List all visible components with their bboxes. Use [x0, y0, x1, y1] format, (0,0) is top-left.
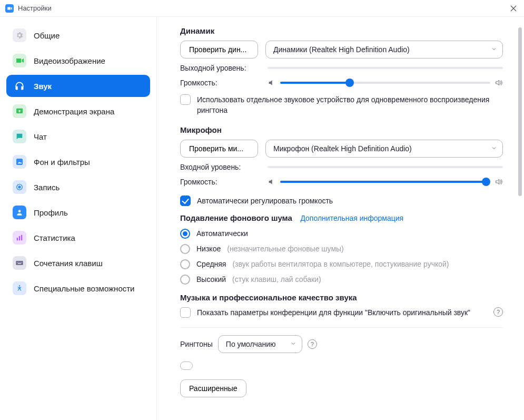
sidebar-item-statistics[interactable]: Статистика [6, 227, 150, 249]
sidebar-item-label: Общие [34, 31, 60, 40]
noise-suppression-heading: Подавление фонового шума [180, 213, 292, 222]
noise-low-radio[interactable] [180, 244, 190, 254]
background-icon [13, 155, 26, 169]
sidebar-item-label: Запись [34, 183, 60, 192]
output-level-meter [268, 67, 503, 69]
volume-low-icon [268, 178, 276, 186]
headphones-icon [13, 79, 26, 93]
speaker-volume-slider[interactable] [280, 82, 490, 84]
chevron-down-icon [491, 45, 497, 54]
ringtones-label: Рингтоны [180, 340, 213, 348]
noise-low-hint: (незначительные фоновые шумы) [227, 245, 344, 253]
noise-high-label: Высокий [196, 275, 226, 284]
volume-high-icon [495, 178, 503, 186]
input-level-meter [268, 166, 503, 168]
sidebar-item-label: Демонстрация экрана [34, 107, 114, 116]
speaker-volume-label: Громкость: [180, 79, 262, 87]
video-icon [13, 54, 26, 67]
sidebar-item-label: Профиль [34, 208, 68, 217]
sidebar-item-accessibility[interactable]: Специальные возможности [6, 277, 150, 299]
sidebar-item-keyboard[interactable]: Сочетания клавиш [6, 252, 150, 274]
input-level-label: Входной уровень: [180, 163, 262, 171]
auto-adjust-volume-label: Автоматически регулировать громкость [197, 197, 333, 205]
output-level-label: Выходной уровень: [180, 64, 262, 72]
svg-point-10 [18, 262, 19, 262]
volume-low-icon [268, 79, 276, 87]
help-icon[interactable]: ? [308, 339, 317, 349]
sidebar: Общие Видеоизображение Звук Демонстрация… [0, 17, 157, 420]
divider [180, 327, 503, 328]
sidebar-item-label: Звук [34, 82, 52, 91]
sidebar-item-background[interactable]: Фон и фильтры [6, 151, 150, 173]
record-icon [13, 180, 26, 194]
chevron-down-icon [290, 340, 296, 348]
advanced-button[interactable]: Расширенные [180, 379, 246, 397]
profile-icon [13, 206, 26, 219]
svg-rect-1 [16, 159, 23, 165]
scrollbar[interactable] [518, 27, 522, 196]
noise-auto-radio[interactable] [180, 229, 190, 239]
truncated-checkbox[interactable] [180, 362, 193, 370]
chevron-down-icon [491, 144, 497, 153]
svg-rect-5 [17, 238, 18, 240]
noise-medium-label: Средняя [196, 260, 226, 268]
microphone-device-value: Микрофон (Realtek High Definition Audio) [273, 144, 412, 153]
sidebar-item-share-screen[interactable]: Демонстрация экрана [6, 100, 150, 122]
noise-medium-radio[interactable] [180, 259, 190, 269]
speaker-heading: Динамик [180, 26, 503, 35]
sidebar-item-label: Специальные возможности [34, 284, 135, 293]
share-screen-icon [13, 104, 26, 118]
test-microphone-button[interactable]: Проверить ми... [180, 140, 258, 158]
svg-point-11 [20, 262, 21, 262]
original-sound-checkbox[interactable] [180, 307, 191, 318]
svg-rect-8 [16, 261, 23, 265]
svg-point-9 [17, 262, 17, 262]
sidebar-item-label: Фон и фильтры [34, 158, 90, 167]
svg-point-12 [21, 262, 22, 262]
help-icon[interactable]: ? [493, 307, 503, 317]
svg-point-4 [18, 210, 21, 212]
titlebar: Настройки [0, 0, 524, 17]
svg-point-3 [18, 186, 21, 188]
ringtones-select[interactable]: По умолчанию [218, 335, 302, 353]
noise-medium-hint: (звук работы вентилятора в компьютере, п… [232, 260, 449, 268]
music-heading: Музыка и профессиональное качество звука [180, 293, 503, 302]
noise-suppression-more-info-link[interactable]: Дополнительная информация [300, 214, 403, 222]
sidebar-item-label: Статистика [34, 233, 75, 242]
sidebar-item-chat[interactable]: Чат [6, 125, 150, 148]
separate-ringtone-checkbox[interactable] [180, 94, 191, 105]
gear-icon [13, 28, 26, 42]
sidebar-item-label: Видеоизображение [34, 56, 105, 65]
noise-high-hint: (стук клавиш, лай собаки) [232, 275, 321, 284]
close-button[interactable] [508, 3, 519, 14]
microphone-device-select[interactable]: Микрофон (Realtek High Definition Audio) [265, 140, 503, 158]
sidebar-item-profile[interactable]: Профиль [6, 201, 150, 223]
microphone-volume-label: Громкость: [180, 178, 262, 186]
ringtones-value: По умолчанию [226, 340, 276, 348]
noise-low-label: Низкое [196, 245, 221, 253]
microphone-volume-slider[interactable] [280, 181, 490, 183]
svg-rect-13 [18, 263, 22, 264]
svg-rect-7 [21, 235, 22, 241]
sidebar-item-general[interactable]: Общие [6, 24, 150, 46]
sidebar-item-audio[interactable]: Звук [6, 75, 150, 97]
accessibility-icon [13, 281, 26, 295]
content-area: Динамик Проверить дин... Динамики (Realt… [157, 17, 524, 420]
speaker-device-value: Динамики (Realtek High Definition Audio) [273, 45, 410, 54]
svg-rect-6 [19, 236, 20, 240]
noise-auto-label: Автоматически [196, 229, 248, 238]
sidebar-item-label: Чат [34, 132, 47, 141]
separate-ringtone-label: Использовать отдельное звуковое устройст… [197, 94, 503, 116]
noise-high-radio[interactable] [180, 275, 190, 285]
statistics-icon [13, 231, 26, 245]
zoom-app-icon [5, 4, 14, 13]
test-speaker-button[interactable]: Проверить дин... [180, 41, 258, 58]
auto-adjust-volume-checkbox[interactable] [180, 196, 191, 206]
sidebar-item-label: Сочетания клавиш [34, 259, 103, 268]
window-title: Настройки [18, 4, 52, 12]
chat-icon [13, 130, 26, 143]
sidebar-item-video[interactable]: Видеоизображение [6, 50, 150, 72]
sidebar-item-recording[interactable]: Запись [6, 176, 150, 198]
volume-high-icon [495, 79, 503, 87]
speaker-device-select[interactable]: Динамики (Realtek High Definition Audio) [265, 41, 503, 58]
